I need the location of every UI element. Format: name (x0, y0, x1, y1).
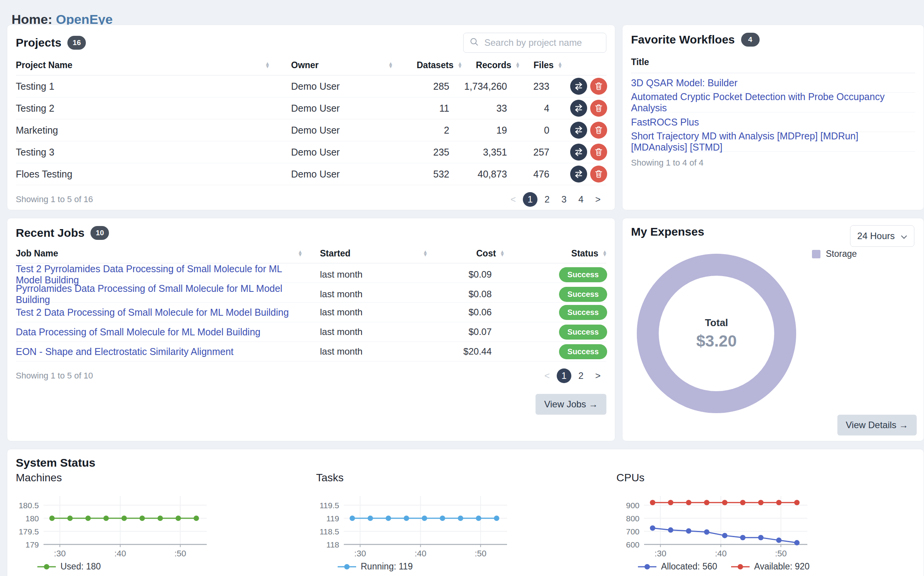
project-table-row: Testing 3Demo User2353,351257 (16, 141, 606, 163)
sort-icon[interactable] (602, 250, 607, 256)
svg-text:118: 118 (326, 540, 339, 549)
transfer-project-button[interactable] (570, 78, 587, 95)
delete-project-button[interactable] (590, 122, 607, 139)
workflow-link[interactable]: 3D QSAR Model: Builder (631, 77, 738, 89)
swap-arrows-icon (574, 147, 583, 157)
svg-text:800: 800 (626, 514, 639, 523)
expenses-total-value: $3.20 (696, 332, 737, 350)
cpus-chart: CPUs :30:40:50600700800900Allocated: 560… (616, 472, 832, 572)
delete-project-button[interactable] (590, 144, 607, 161)
trash-icon (595, 170, 603, 178)
job-started-cell: last month (303, 307, 428, 318)
tasks-chart: Tasks :30:40:50118118.5119119.5Running: … (316, 472, 532, 572)
expenses-title: My Expenses (631, 225, 704, 238)
sort-icon[interactable] (423, 250, 428, 256)
favorites-title: Favorite Workfloes4 (631, 33, 915, 47)
col-job-name: Job Name (16, 248, 303, 259)
storage-legend-label: Storage (826, 249, 857, 259)
sort-icon[interactable] (388, 62, 393, 68)
job-table-row: Data Processing of Small Molecule for ML… (16, 322, 606, 342)
project-search[interactable] (463, 33, 606, 53)
project-records-cell: 33 (462, 103, 520, 114)
job-name-cell: Pyrrolamides Data Processing of Small Mo… (16, 283, 303, 305)
view-details-button[interactable]: View Details → (837, 415, 917, 435)
workflow-link[interactable]: Automated Cryptic Pocket Detection with … (631, 91, 915, 114)
tasks-chart-legend: Running: 119 (316, 561, 532, 572)
workflow-link[interactable]: Short Trajectory MD with Analysis [MDPre… (631, 131, 915, 153)
project-owner-cell: Demo User (270, 169, 393, 180)
pager-page-3[interactable]: 3 (557, 192, 571, 207)
job-status-cell: Success (505, 305, 607, 320)
pager-prev[interactable]: < (540, 368, 554, 383)
sort-icon[interactable] (298, 250, 303, 256)
job-link[interactable]: Data Processing of Small Molecule for ML… (16, 327, 260, 337)
storage-legend-swatch (812, 250, 820, 258)
svg-text:180.5: 180.5 (18, 501, 39, 510)
project-datasets-cell: 2 (393, 125, 462, 136)
job-link[interactable]: Pyrrolamides Data Processing of Small Mo… (16, 283, 282, 305)
pager-page-4[interactable]: 4 (574, 192, 588, 207)
pager-page-1[interactable]: 1 (523, 192, 537, 207)
job-started-cell: last month (303, 327, 428, 337)
project-actions (562, 166, 607, 183)
projects-table-header: Project Name Owner Datasets Records File… (16, 55, 606, 75)
job-started-cell: last month (303, 289, 428, 300)
svg-text:119.5: 119.5 (320, 501, 339, 510)
period-dropdown[interactable]: 24 Hours (850, 225, 914, 247)
project-datasets-cell: 235 (393, 147, 462, 158)
search-icon (470, 37, 479, 48)
svg-text:179: 179 (25, 540, 39, 549)
sort-icon[interactable] (457, 62, 462, 68)
project-files-cell: 257 (520, 147, 562, 158)
project-search-input[interactable] (484, 37, 600, 49)
projects-panel: Projects16 Project Name Owner Datasets R… (7, 25, 615, 210)
pager-next[interactable]: > (591, 192, 605, 207)
job-status-cell: Success (505, 287, 607, 302)
project-actions (562, 100, 607, 117)
legend-label: Allocated: 560 (661, 561, 717, 572)
recent-jobs-count-badge: 10 (90, 226, 109, 240)
status-badge: Success (559, 267, 607, 282)
pager-page-2[interactable]: 2 (574, 368, 588, 383)
delete-project-button[interactable] (590, 78, 607, 95)
job-link[interactable]: Test 2 Data Processing of Small Molecule… (16, 307, 289, 318)
job-link[interactable]: EON - Shape and Electrostatic Similarity… (16, 346, 234, 357)
pager-page-1[interactable]: 1 (557, 368, 571, 383)
sort-icon[interactable] (515, 62, 520, 68)
svg-text::50: :50 (475, 549, 487, 558)
transfer-project-button[interactable] (570, 100, 587, 117)
machines-chart-legend: Used: 180 (16, 561, 231, 572)
transfer-project-button[interactable] (570, 122, 587, 139)
job-cost-cell: $0.09 (428, 269, 505, 280)
project-name-cell: Testing 2 (16, 103, 270, 114)
sort-icon[interactable] (500, 250, 505, 256)
legend-marker-icon (638, 564, 656, 570)
favorites-title-text: Favorite Workfloes (631, 33, 735, 46)
job-table-row: Test 2 Pyrrolamides Data Processing of S… (16, 263, 606, 283)
sort-icon[interactable] (265, 62, 270, 68)
view-jobs-button[interactable]: View Jobs → (536, 394, 606, 415)
workflow-link[interactable]: FastROCS Plus (631, 117, 699, 128)
sort-icon[interactable] (557, 62, 562, 68)
transfer-project-button[interactable] (570, 166, 587, 183)
delete-project-button[interactable] (590, 100, 607, 117)
job-table-row: Pyrrolamides Data Processing of Small Mo… (16, 283, 606, 303)
project-actions (562, 78, 607, 95)
job-link[interactable]: Test 2 Pyrrolamides Data Processing of S… (16, 263, 282, 285)
legend-item: Used: 180 (37, 561, 101, 572)
pager-page-2[interactable]: 2 (540, 192, 554, 207)
delete-project-button[interactable] (590, 166, 607, 183)
project-table-row: MarketingDemo User2190 (16, 119, 606, 141)
svg-text::40: :40 (415, 549, 427, 558)
svg-text::30: :30 (654, 549, 666, 558)
pager-next[interactable]: > (591, 368, 605, 383)
transfer-project-button[interactable] (570, 144, 587, 161)
legend-marker-icon (37, 564, 56, 570)
recent-jobs-title-text: Recent Jobs (16, 226, 84, 239)
tasks-plot: :30:40:50118118.5119119.5 (316, 487, 532, 558)
project-actions (562, 122, 607, 139)
machines-chart-title: Machines (16, 472, 231, 484)
col-owner: Owner (270, 60, 393, 70)
system-status-panel: System Status Machines :30:40:50179179.5… (7, 449, 924, 576)
pager-prev[interactable]: < (506, 192, 521, 207)
